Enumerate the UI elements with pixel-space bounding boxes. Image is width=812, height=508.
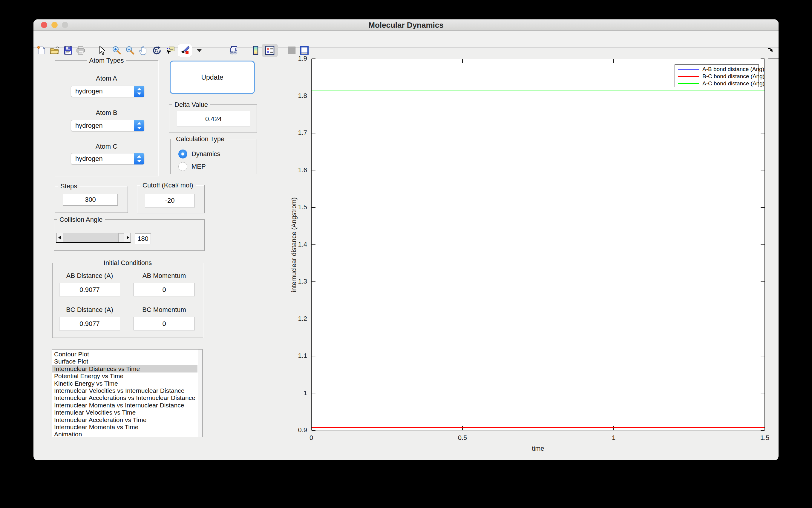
pan-icon[interactable]: [139, 46, 148, 55]
atom-c-popup[interactable]: hydrogen: [71, 153, 144, 164]
cutoff-field[interactable]: -20: [145, 194, 195, 207]
bc-distance-field[interactable]: 0.9077: [59, 317, 120, 330]
plot-axes[interactable]: [311, 59, 765, 430]
list-item[interactable]: Potential Energy vs Time: [52, 373, 197, 380]
delta-value-legend: Delta Value: [172, 101, 210, 109]
toolbar-edge-nub: [768, 58, 778, 59]
y-tick: [312, 207, 315, 208]
radio-mep[interactable]: MEP: [178, 162, 206, 171]
y-tick: [312, 58, 315, 59]
ab-momentum-field[interactable]: 0: [133, 283, 195, 296]
brush-dropdown-caret[interactable]: [197, 49, 202, 52]
atom-b-label: Atom B: [55, 109, 158, 117]
list-item[interactable]: Surface Plot: [52, 358, 197, 365]
list-item[interactable]: Internuclear Distances vs Time: [52, 365, 197, 373]
ab-distance-field[interactable]: 0.9077: [59, 283, 120, 296]
y-tick: [312, 319, 315, 320]
x-tick-top: [765, 59, 765, 63]
y-tick-label: 1.9: [272, 55, 307, 62]
x-axis-label: time: [508, 445, 568, 453]
slider-left-arrow[interactable]: [56, 233, 63, 242]
y-tick: [312, 356, 315, 356]
x-tick-top: [462, 59, 463, 63]
cutoff-legend: Cutoff (Kcal/ mol): [140, 181, 196, 189]
y-tick-label: 0.9: [272, 426, 307, 434]
legend-line-sample: [678, 76, 699, 77]
radio-dynamics[interactable]: Dynamics: [178, 149, 221, 159]
slider-right-arrow[interactable]: [124, 233, 130, 242]
zoom-in-icon[interactable]: [112, 46, 121, 55]
x-tick-top: [311, 59, 312, 63]
atom-b-value: hydrogen: [75, 120, 103, 131]
radio-mep-label: MEP: [192, 163, 206, 170]
calculation-type-legend: Calculation Type: [173, 135, 227, 143]
x-tick-label: 0.5: [451, 434, 474, 442]
y-tick-right: [761, 58, 765, 59]
plot-legend[interactable]: A-B bond distance (Ang)B-C bond distance…: [674, 65, 759, 87]
legend-line-sample: [678, 83, 699, 84]
list-item[interactable]: Animation: [52, 431, 197, 437]
legend-entry: B-C bond distance (Ang): [675, 73, 759, 80]
list-item[interactable]: Internuclear Momenta vs Time: [52, 424, 197, 431]
y-tick-label: 1: [272, 389, 307, 397]
list-item[interactable]: Internuclear Velocities vs Internuclear …: [52, 387, 197, 394]
legend-label: B-C bond distance (Ang): [702, 73, 765, 80]
zoom-out-icon[interactable]: [125, 46, 135, 55]
bc-distance-label: BC Distance (A): [59, 306, 120, 314]
hide-plot-tools-icon[interactable]: [287, 46, 296, 55]
y-tick-label: 1.4: [272, 241, 307, 248]
save-icon[interactable]: [63, 46, 73, 55]
insert-legend-icon[interactable]: [265, 46, 275, 55]
y-tick-right: [761, 245, 765, 245]
y-tick-right: [761, 282, 765, 282]
list-item[interactable]: Kinetic Energy vs Time: [52, 380, 197, 387]
open-file-icon[interactable]: [50, 46, 60, 55]
window-title: Molecular Dynamics: [34, 19, 778, 31]
steps-field[interactable]: 300: [63, 194, 118, 206]
steps-legend: Steps: [58, 182, 79, 190]
y-tick-right: [761, 207, 765, 208]
rotate-3d-icon[interactable]: [152, 46, 162, 55]
ab-momentum-label: AB Momentum: [133, 272, 195, 280]
show-plot-tools-icon[interactable]: [300, 46, 309, 55]
legend-entry: A-B bond distance (Ang): [675, 66, 759, 73]
new-figure-icon[interactable]: [37, 46, 46, 55]
x-tick-top: [613, 59, 614, 63]
popup-stepper-icon: [134, 86, 144, 97]
dock-figure-arrow-icon[interactable]: [767, 47, 774, 54]
y-tick: [312, 245, 315, 245]
y-tick: [312, 96, 315, 96]
brush-data-icon[interactable]: [180, 46, 189, 55]
list-item[interactable]: Internuclear Accelerations vs Internucle…: [52, 394, 197, 401]
update-button[interactable]: Update: [170, 60, 255, 94]
data-cursor-icon[interactable]: [165, 46, 175, 55]
initial-conditions-legend: Initial Conditions: [101, 259, 154, 267]
list-item[interactable]: Internulear Velocities vs Time: [52, 409, 197, 416]
delta-value-field[interactable]: 0.424: [177, 111, 250, 127]
atom-b-popup[interactable]: hydrogen: [71, 120, 144, 131]
x-tick-label: 1: [602, 434, 626, 442]
collision-angle-slider[interactable]: [56, 233, 131, 242]
figure-toolbar: [34, 31, 778, 47]
insert-colorbar-icon[interactable]: [251, 46, 261, 55]
popup-stepper-icon: [134, 153, 144, 164]
list-item[interactable]: Contour Plot: [52, 351, 197, 358]
plot-type-listbox[interactable]: Contour PlotSurface PlotInternuclear Dis…: [52, 349, 202, 437]
atom-types-legend: Atom Types: [87, 57, 126, 65]
y-tick-right: [761, 430, 765, 431]
listbox-scrollbar[interactable]: [198, 349, 202, 437]
y-tick: [312, 393, 315, 394]
y-tick: [312, 133, 315, 133]
atom-a-popup[interactable]: hydrogen: [71, 86, 144, 97]
list-item[interactable]: Internuclear Acceleration vs Time: [52, 416, 197, 424]
bc-momentum-field[interactable]: 0: [133, 317, 195, 330]
title-bar: Molecular Dynamics: [34, 19, 778, 31]
y-tick-label: 1.3: [272, 278, 307, 285]
y-tick-right: [761, 133, 765, 133]
pointer-icon[interactable]: [97, 46, 106, 55]
list-item[interactable]: Internuclear Momenta vs Internuclear Dis…: [52, 402, 197, 409]
link-plots-icon[interactable]: [229, 46, 239, 55]
print-icon[interactable]: [76, 46, 85, 55]
collision-angle-field[interactable]: 180: [135, 234, 151, 244]
y-tick-right: [761, 96, 765, 96]
